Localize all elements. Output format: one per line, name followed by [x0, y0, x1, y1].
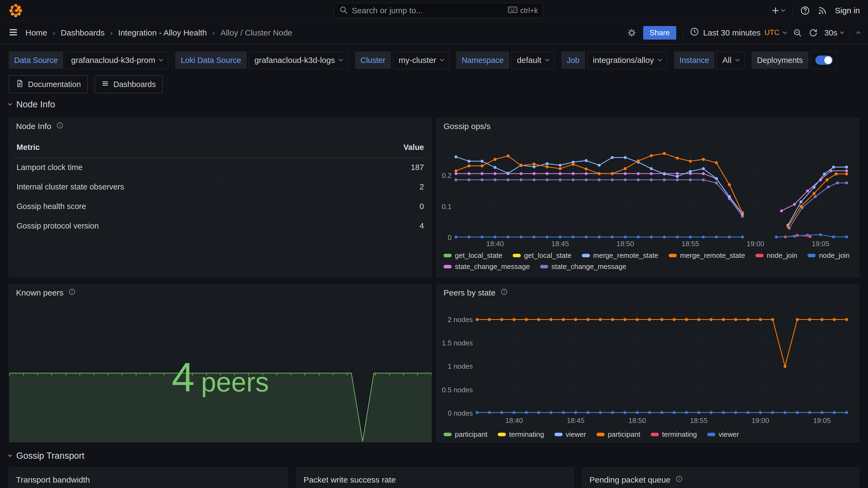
- svg-text:19:00: 19:00: [752, 416, 769, 425]
- sign-in-button[interactable]: Sign in: [835, 6, 860, 15]
- metric-cell: Gossip health score: [17, 202, 86, 211]
- panel-packet-write-success: Packet write success rate: [296, 467, 574, 488]
- legend-label: participant: [608, 430, 641, 438]
- dashboards-label: Dashboards: [113, 80, 156, 89]
- svg-text:18:50: 18:50: [628, 416, 646, 425]
- info-icon[interactable]: [56, 122, 63, 131]
- panel-title[interactable]: Gossip ops/s: [443, 122, 490, 131]
- column-header-metric[interactable]: Metric: [17, 143, 40, 152]
- legend-item[interactable]: viewer: [554, 430, 586, 438]
- dashboard-variables: Data Source grafanacloud-k3d-prom Loki D…: [9, 52, 837, 69]
- section-gossip-transport[interactable]: Gossip Transport: [9, 451, 84, 461]
- variable-value-dropdown[interactable]: integrations/alloy: [587, 52, 667, 69]
- breadcrumb-dashboards[interactable]: Dashboards: [61, 28, 105, 37]
- series-color-chip: [596, 433, 604, 436]
- legend-item[interactable]: node_join: [807, 251, 849, 260]
- svg-text:0: 0: [448, 233, 452, 241]
- legend-item[interactable]: terminating: [498, 430, 544, 438]
- legend-label: state_change_message: [552, 262, 626, 271]
- panel-title-text: Node Info: [16, 122, 51, 131]
- table-row: Lamport clock time 187: [9, 158, 432, 177]
- global-search[interactable]: ctrl+k: [334, 3, 543, 18]
- share-button[interactable]: Share: [643, 26, 677, 40]
- series-color-chip: [443, 254, 452, 257]
- add-new-button[interactable]: [771, 6, 785, 15]
- menu-toggle-icon[interactable]: [8, 27, 19, 38]
- legend-label: participant: [455, 430, 488, 438]
- value-cell: 187: [411, 163, 424, 172]
- legend-item[interactable]: merge_remote_state: [669, 251, 745, 260]
- panel-transport-bandwidth: Transport bandwidth: [9, 467, 288, 488]
- panel-title[interactable]: Transport bandwidth: [16, 475, 90, 485]
- breadcrumb-separator: ›: [53, 28, 55, 37]
- search-input[interactable]: [352, 6, 504, 15]
- info-icon[interactable]: [675, 475, 683, 485]
- info-icon[interactable]: [500, 288, 508, 297]
- deployments-toggle[interactable]: [811, 52, 837, 69]
- series-color-chip: [582, 254, 590, 257]
- variable-value-dropdown[interactable]: All: [717, 52, 744, 69]
- collapse-toolbar-icon[interactable]: [856, 31, 861, 36]
- refresh-interval-label: 30s: [824, 28, 837, 37]
- series-color-chip: [554, 433, 563, 436]
- info-icon[interactable]: [68, 288, 76, 297]
- grafana-logo[interactable]: [8, 2, 23, 19]
- dashboard-settings-icon[interactable]: [627, 28, 637, 38]
- variable-value-dropdown[interactable]: grafanacloud-k3d-prom: [65, 52, 168, 69]
- chevron-down-icon: [339, 57, 343, 62]
- legend-item[interactable]: merge_remote_state: [582, 251, 658, 260]
- help-button[interactable]: [800, 6, 810, 15]
- legend-item[interactable]: get_local_state: [443, 251, 502, 260]
- legend-item[interactable]: viewer: [707, 430, 739, 438]
- svg-text:0.2: 0.2: [442, 171, 452, 180]
- dashboards-button[interactable]: Dashboards: [95, 75, 162, 93]
- variable-deployments: Deployments: [752, 52, 837, 69]
- documentation-button[interactable]: Documentation: [9, 75, 88, 93]
- panel-title[interactable]: Node Info: [16, 122, 63, 131]
- variable-value-dropdown[interactable]: my-cluster: [393, 52, 449, 69]
- column-header-value[interactable]: Value: [403, 143, 424, 152]
- document-icon: [16, 79, 24, 90]
- section-node-info[interactable]: Node Info: [9, 99, 55, 109]
- legend-item[interactable]: get_local_state: [513, 251, 571, 260]
- known-peers-chart: [9, 284, 432, 442]
- legend-item[interactable]: participant: [443, 430, 488, 438]
- refresh-interval-picker[interactable]: 30s: [824, 28, 844, 37]
- panel-title[interactable]: Peers by state: [443, 288, 508, 297]
- chevron-down-icon: [440, 57, 444, 62]
- legend-item[interactable]: state_change_message: [443, 262, 530, 271]
- legend-item[interactable]: participant: [596, 430, 641, 438]
- variable-label: Job: [561, 52, 585, 69]
- top-nav: ctrl+k Sign in: [0, 0, 868, 21]
- variable-value-dropdown[interactable]: grafanacloud-k3d-logs: [249, 52, 348, 69]
- panel-node-info: Node Info Metric Value Lamport clock tim…: [9, 118, 432, 277]
- variable-value-dropdown[interactable]: default: [511, 52, 554, 69]
- zoom-out-icon[interactable]: [793, 28, 802, 37]
- chevron-down-icon: [8, 453, 12, 457]
- news-icon[interactable]: [817, 6, 827, 15]
- svg-text:18:45: 18:45: [567, 416, 585, 425]
- series-color-chip: [443, 433, 452, 436]
- panel-title[interactable]: Pending packet queue: [589, 475, 683, 485]
- breadcrumb-home[interactable]: Home: [26, 28, 47, 37]
- series-color-chip: [755, 254, 764, 257]
- svg-text:2 nodes: 2 nodes: [447, 316, 473, 324]
- panel-known-peers: Known peers 4 peers: [9, 284, 432, 443]
- breadcrumb-separator: ›: [110, 28, 113, 37]
- panel-title[interactable]: Known peers: [16, 288, 76, 297]
- search-icon: [339, 6, 348, 15]
- series-color-chip: [807, 254, 816, 257]
- breadcrumb-folder[interactable]: Integration - Alloy Health: [118, 28, 207, 37]
- legend-item[interactable]: node_join: [755, 251, 798, 260]
- legend-item[interactable]: terminating: [651, 430, 697, 438]
- time-range-picker[interactable]: Last 30 minutes UTC: [689, 27, 786, 38]
- table-row: Gossip protocol version 4: [9, 216, 432, 236]
- divider: [683, 27, 683, 38]
- section-title: Gossip Transport: [16, 451, 84, 461]
- legend-label: get_local_state: [455, 251, 502, 260]
- panel-title[interactable]: Packet write success rate: [304, 475, 396, 485]
- legend-item[interactable]: state_change_message: [540, 262, 626, 271]
- panel-pending-packet-queue: Pending packet queue: [582, 467, 859, 488]
- refresh-icon[interactable]: [809, 28, 818, 37]
- divider: [792, 5, 793, 16]
